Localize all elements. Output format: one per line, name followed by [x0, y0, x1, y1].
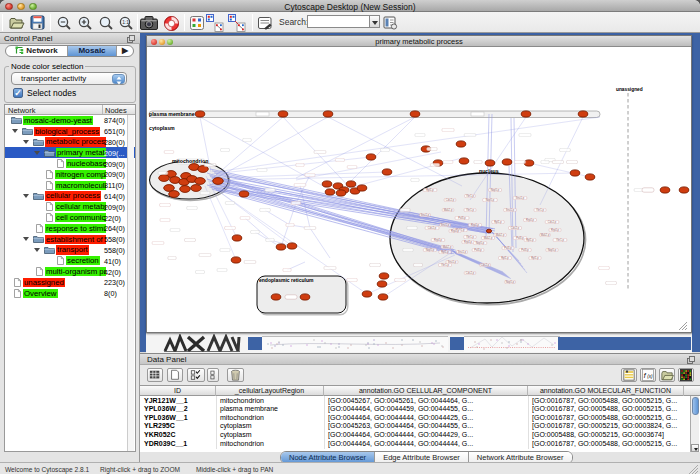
- svg-text:Nop5-p: Nop5-p: [548, 248, 557, 252]
- svg-text:Mak2-p: Mak2-p: [484, 236, 493, 240]
- svg-text:Nop5-p: Nop5-p: [506, 280, 515, 284]
- svg-text:Rrp4-p: Rrp4-p: [551, 228, 559, 232]
- svg-text:cytoplasm: cytoplasm: [149, 125, 175, 131]
- svg-text:Rpl1-p: Rpl1-p: [501, 256, 509, 260]
- svg-text:Mak2-p: Mak2-p: [496, 233, 505, 237]
- svg-text:Ybr1-p: Ybr1-p: [556, 238, 564, 242]
- svg-text:unassigned: unassigned: [616, 87, 643, 92]
- svg-text:Pol3-p: Pol3-p: [516, 236, 524, 240]
- svg-text:Rrp4-p: Rrp4-p: [526, 218, 534, 222]
- svg-text:Pol3-p: Pol3-p: [458, 216, 466, 220]
- svg-text:Cdc2-p: Cdc2-p: [481, 263, 490, 267]
- svg-text:nucleus: nucleus: [479, 168, 499, 174]
- svg-text:Nop5-p: Nop5-p: [426, 248, 435, 252]
- svg-text:Pol3-p: Pol3-p: [474, 248, 482, 252]
- svg-text:Cdc2-p: Cdc2-p: [511, 226, 520, 230]
- svg-text:mitochondrion: mitochondrion: [172, 158, 208, 164]
- svg-text:Mak2-p: Mak2-p: [443, 245, 452, 249]
- svg-text:Snu1-p: Snu1-p: [506, 208, 515, 212]
- svg-text:Pol3-p: Pol3-p: [504, 246, 512, 250]
- svg-text:endoplasmic reticulum: endoplasmic reticulum: [259, 277, 314, 283]
- svg-text:Rrp4-p: Rrp4-p: [471, 223, 479, 227]
- svg-text:Cdc2-p: Cdc2-p: [466, 271, 475, 275]
- svg-text:Nop5-p: Nop5-p: [491, 188, 500, 192]
- svg-text:Snu1-p: Snu1-p: [448, 260, 457, 264]
- svg-text:Rrp4-p: Rrp4-p: [464, 240, 472, 244]
- svg-text:Nop5-p: Nop5-p: [486, 198, 495, 202]
- svg-text:Rpl1-p: Rpl1-p: [494, 220, 502, 224]
- svg-text:Cdc2-p: Cdc2-p: [548, 220, 557, 224]
- svg-text:Cdc2-p: Cdc2-p: [446, 198, 455, 202]
- svg-text:Snu1-p: Snu1-p: [458, 250, 467, 254]
- svg-text:Ybr1-p: Ybr1-p: [466, 194, 474, 198]
- svg-text:Snu1-p: Snu1-p: [441, 223, 450, 227]
- svg-text:Ybr1-p: Ybr1-p: [466, 208, 474, 212]
- svg-text:Snu1-p: Snu1-p: [516, 196, 525, 200]
- svg-text:Rpl1-p: Rpl1-p: [531, 256, 539, 260]
- svg-text:Cdc2-p: Cdc2-p: [428, 226, 437, 230]
- svg-text:Ybr1-p: Ybr1-p: [536, 208, 544, 212]
- svg-text:Rpl1-p: Rpl1-p: [441, 250, 449, 254]
- svg-text:Rpl1-p: Rpl1-p: [526, 238, 534, 242]
- svg-text:Snu1-p: Snu1-p: [421, 213, 430, 217]
- svg-text:Pol3-p: Pol3-p: [521, 248, 529, 252]
- svg-text:Nop5-p: Nop5-p: [476, 241, 485, 245]
- svg-text:Mak2-p: Mak2-p: [444, 208, 453, 212]
- svg-text:Rrp4-p: Rrp4-p: [451, 229, 459, 233]
- svg-text:Rpl1-p: Rpl1-p: [426, 188, 434, 192]
- svg-text:(x): (x): [647, 374, 653, 379]
- svg-text:Mak2-p: Mak2-p: [541, 233, 550, 237]
- svg-text:Ybr1-p: Ybr1-p: [466, 235, 474, 239]
- svg-text:Rrp4-p: Rrp4-p: [434, 238, 442, 242]
- svg-text:1:1: 1:1: [122, 19, 129, 25]
- svg-text:plasma membrane: plasma membrane: [149, 111, 195, 117]
